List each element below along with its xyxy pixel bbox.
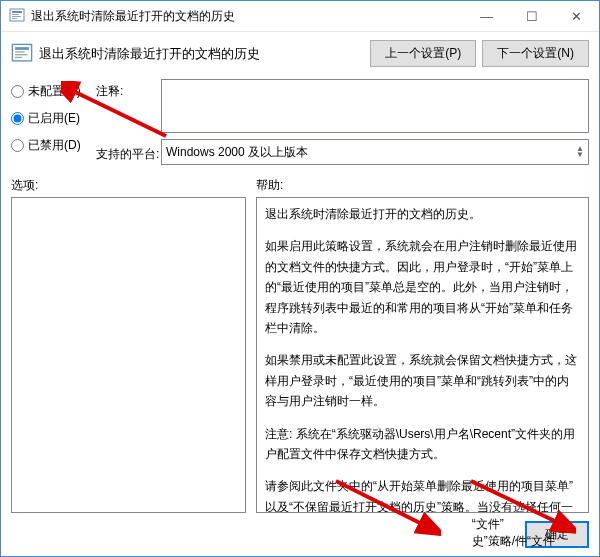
help-p5: 请参阅此文件夹中的“从开始菜单删除最近使用的项目菜单”以及“不保留最近打开文档的… (265, 476, 580, 513)
radio-not-configured-label: 未配置(C) (28, 83, 81, 100)
svg-rect-9 (15, 56, 22, 57)
policy-title: 退出系统时清除最近打开的文档的历史 (39, 45, 370, 63)
svg-rect-8 (15, 54, 27, 55)
next-setting-button[interactable]: 下一个设置(N) (482, 40, 589, 67)
radio-enabled[interactable]: 已启用(E) (11, 110, 96, 127)
platform-label: 支持的平台: (96, 142, 161, 163)
radio-not-configured[interactable]: 未配置(C) (11, 83, 96, 100)
options-panel[interactable] (11, 197, 246, 513)
window-buttons: — ☐ ✕ (464, 1, 599, 31)
svg-rect-2 (12, 14, 19, 15)
svg-rect-3 (12, 16, 21, 17)
help-p3: 如果禁用或未配置此设置，系统就会保留文档快捷方式，这样用户登录时，“最近使用的项… (265, 350, 580, 411)
radio-enabled-label: 已启用(E) (28, 110, 80, 127)
help-p1: 退出系统时清除最近打开的文档的历史。 (265, 204, 580, 224)
platform-value: Windows 2000 及以上版本 (166, 144, 308, 161)
radio-disabled-input[interactable] (11, 139, 24, 152)
supported-platform-field: Windows 2000 及以上版本 ▲▼ (161, 139, 589, 165)
radio-not-configured-input[interactable] (11, 85, 24, 98)
help-label: 帮助: (256, 177, 589, 194)
minimize-button[interactable]: — (464, 1, 509, 31)
help-panel[interactable]: 退出系统时清除最近打开的文档的历史。 如果启用此策略设置，系统就会在用户注销时删… (256, 197, 589, 513)
dialog-header: 退出系统时清除最近打开的文档的历史 上一个设置(P) 下一个设置(N) (1, 32, 599, 75)
dialog-window: 退出系统时清除最近打开的文档的历史 — ☐ ✕ 退出系统时清除最近打开的文档的历… (0, 0, 600, 557)
radio-disabled-label: 已禁用(D) (28, 137, 81, 154)
radio-disabled[interactable]: 已禁用(D) (11, 137, 96, 154)
state-radio-group: 未配置(C) 已启用(E) 已禁用(D) (11, 79, 96, 154)
comment-field[interactable] (161, 79, 589, 133)
radio-enabled-input[interactable] (11, 112, 24, 125)
help-p2: 如果启用此策略设置，系统就会在用户注销时删除最近使用的文档文件的快捷方式。因此，… (265, 236, 580, 338)
spin-icon[interactable]: ▲▼ (576, 146, 584, 158)
policy-icon-large (11, 43, 33, 65)
comment-label: 注释: (96, 79, 161, 133)
svg-rect-4 (12, 18, 17, 19)
options-label: 选项: (11, 177, 246, 194)
previous-setting-button[interactable]: 上一个设置(P) (370, 40, 476, 67)
help-p4: 注意: 系统在“系统驱动器\Users\用户名\Recent”文件夹的用户配置文… (265, 424, 580, 465)
close-button[interactable]: ✕ (554, 1, 599, 31)
svg-rect-7 (15, 51, 25, 52)
svg-rect-6 (15, 47, 29, 50)
ok-button[interactable]: 确定 (525, 521, 589, 548)
window-title: 退出系统时清除最近打开的文档的历史 (31, 8, 464, 25)
policy-icon (9, 8, 25, 24)
maximize-button[interactable]: ☐ (509, 1, 554, 31)
titlebar: 退出系统时清除最近打开的文档的历史 — ☐ ✕ (1, 1, 599, 32)
svg-rect-1 (12, 11, 22, 13)
dialog-footer: 确定 “文件” 史”策略/件“文件 (1, 513, 599, 556)
